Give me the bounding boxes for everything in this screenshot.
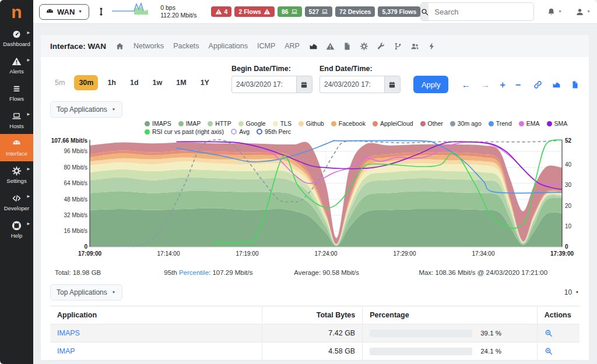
forward-arrow-button[interactable]: → [480,80,490,90]
sidebar-item-flows[interactable]: Flows [0,79,33,107]
page-size-select[interactable]: 10 ▼ [564,288,580,296]
sidebar-item-dashboard[interactable]: Dashboard▶ [0,24,33,52]
legend-item-google[interactable]: Google [238,120,266,127]
legend-item-http[interactable]: HTTP [208,120,231,127]
breadcrumb-link-applications[interactable]: Applications [209,42,248,50]
zoom-out-button[interactable]: − [515,80,521,90]
breadcrumb-link-packets[interactable]: Packets [173,42,199,50]
badge-5-379-flows[interactable]: 5,379 Flows [378,6,420,17]
bars-icon [12,84,22,94]
top-applications-dropdown[interactable]: Top Applications ▼ [50,101,122,118]
sidebar-item-hosts[interactable]: Hosts▶ [0,107,33,134]
gear-icon[interactable] [360,42,368,51]
chart-area-icon[interactable] [552,80,561,89]
legend-item-facebook[interactable]: Facebook [331,120,366,127]
permalink-icon[interactable] [533,80,542,89]
legend-swatch [519,121,524,126]
legend-item-30m-ago[interactable]: 30m ago [450,120,482,127]
notifications-menu[interactable]: ▼ [547,8,563,16]
traffic-chart[interactable]: 107.66 Mbit/s16 Mbit/s32 Mbit/s48 Mbit/s… [45,136,584,263]
back-arrow-button[interactable]: ← [461,80,470,90]
legend-item-imaps[interactable]: IMAPS [145,120,171,127]
range-button-1h[interactable]: 1h [103,75,121,90]
legend-item-95th-perc[interactable]: 95th Perc [257,128,291,135]
badge-4[interactable]: 4 [211,6,232,17]
chevron-right-icon: ▶ [27,112,30,116]
legend-item-appleicloud[interactable]: AppleiCloud [373,120,413,127]
range-button-1d[interactable]: 1d [125,75,143,90]
legend-item-imap[interactable]: IMAP [178,120,201,127]
legend-swatch [373,121,378,126]
home-icon[interactable] [115,42,124,51]
legend-item-ema[interactable]: EMA [519,120,540,127]
wrench-icon[interactable] [377,42,385,51]
badge-2-flows[interactable]: 2 Flows [234,6,275,17]
sidebar-item-alerts[interactable]: Alerts▶ [0,52,33,79]
column-header-actions[interactable]: Actions [537,306,580,324]
legend-item-avg[interactable]: Avg [231,128,250,135]
user-menu[interactable]: ▼ [575,8,591,16]
search-input[interactable] [429,8,534,16]
percentile-link[interactable]: Percentile [179,269,209,276]
legend-swatch [145,129,150,135]
badge-527[interactable]: 527 [305,6,333,17]
app-window: n Dashboard▶Alerts▶FlowsHosts▶InterfaceS… [0,0,597,364]
search-plus-icon[interactable] [545,347,573,355]
range-button-1Y[interactable]: 1Y [196,75,214,90]
breadcrumb-link-networks[interactable]: Networks [134,42,164,50]
legend-item-trend[interactable]: Trend [489,120,512,127]
warning-icon [12,56,22,66]
code-icon [12,193,22,203]
breadcrumb-link-arp[interactable]: ARP [285,42,300,50]
chevron-down-icon: ▼ [78,9,82,14]
bolt-icon[interactable] [427,42,436,51]
column-header-total-bytes[interactable]: Total Bytes [262,306,363,324]
search-plus-icon[interactable] [545,329,573,337]
legend-item-rsi-cur-vs-past-right-axis-[interactable]: RSI cur vs past (right axis) [145,128,224,135]
legend-item-sma[interactable]: SMA [547,120,568,127]
interface-selector[interactable]: WAN ▼ [39,4,89,20]
lifering-icon [12,221,22,231]
range-button-1w[interactable]: 1w [148,75,167,90]
top-applications-label: Top Applications [57,288,107,296]
calendar-icon[interactable] [384,76,401,93]
legend-item-tls[interactable]: TLS [273,120,292,127]
users-icon[interactable] [410,42,419,51]
sidebar-item-developer[interactable]: Developer▶ [0,189,33,216]
range-button-30m[interactable]: 30m [74,75,98,90]
range-button-5m[interactable]: 5m [50,75,69,90]
apply-button[interactable]: Apply [413,76,449,93]
column-header-application[interactable]: Application [50,306,262,324]
begin-datetime-input[interactable] [231,76,296,93]
badge-86[interactable]: 86 [278,6,302,17]
chart-area-icon[interactable] [309,42,318,51]
calendar-icon[interactable] [296,76,312,93]
sidebar-item-interface[interactable]: Interface [0,134,33,161]
application-link-imaps[interactable]: IMAPS [57,329,80,337]
sidebar-item-label: Flows [9,96,24,102]
zoom-in-button[interactable]: + [500,80,505,90]
legend-item-other[interactable]: Other [420,120,443,127]
ntopng-logo[interactable]: n [0,0,33,24]
search-icon[interactable] [421,3,429,20]
badge-72-devices[interactable]: 72 Devices [335,6,375,17]
stat-value: 18.98 GB [73,269,101,276]
bell-icon [547,8,556,16]
column-header-percentage[interactable]: Percentage [363,306,538,324]
chart-action-icons [533,80,580,89]
range-button-1M[interactable]: 1M [171,75,191,90]
application-link-imap[interactable]: IMAP [57,347,75,355]
warning-icon[interactable] [326,42,335,51]
top-applications-dropdown[interactable]: Top Applications ▼ [50,284,122,301]
legend-label: EMA [526,120,540,127]
end-datetime-input[interactable] [319,76,384,93]
traffic-sparkline [111,2,157,21]
file-icon[interactable] [343,42,352,51]
sidebar-item-help[interactable]: Help▶ [0,216,33,243]
total-bytes-cell: 4.58 GB [262,342,363,361]
code-branch-icon[interactable] [394,42,402,51]
report-icon[interactable] [571,80,580,89]
breadcrumb-link-icmp[interactable]: ICMP [257,42,275,50]
sidebar-item-settings[interactable]: Settings▶ [0,161,33,189]
legend-item-github[interactable]: Github [298,120,324,127]
